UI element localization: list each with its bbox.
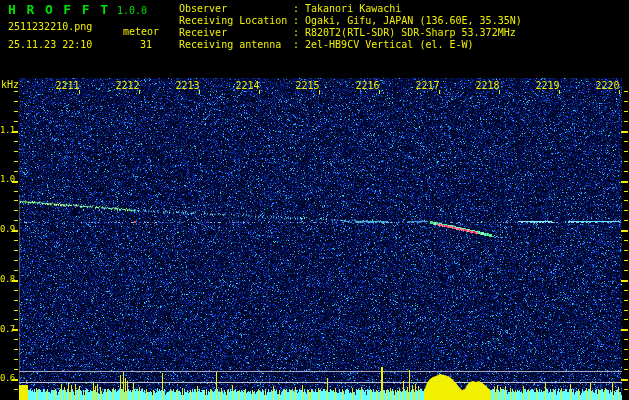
info-value: R820T2(RTL-SDR) SDR-Sharp 53.372MHz — [305, 27, 516, 38]
info-row-antenna: Receiving antenna : 2el-HB9CV Vertical (… — [179, 39, 619, 51]
meteor-count: 31 — [140, 39, 152, 50]
info-row-observer: Observer : Takanori Kawachi — [179, 3, 619, 15]
mode-label: meteor — [123, 26, 159, 37]
info-label: Receiving antenna — [179, 39, 281, 50]
info-row-location: Receiving Location : Ogaki, Gifu, JAPAN … — [179, 15, 619, 27]
time-tick-label: 2215 — [295, 80, 320, 91]
hrofft-output: H R O F F T 1.0.0 2511232210.png meteor … — [0, 0, 629, 400]
info-colon: : — [293, 27, 299, 38]
time-tick-label: 2220 — [595, 80, 620, 91]
freq-tick-label: 0.8 — [0, 274, 14, 284]
time-tick-label: 2213 — [175, 80, 200, 91]
freq-tick-label: 1.0 — [0, 174, 14, 184]
time-tick-label: 2211 — [55, 80, 80, 91]
time-tick-label: 2217 — [415, 80, 440, 91]
datetime-label: 25.11.23 22:10 — [8, 39, 92, 50]
time-tick-label: 2218 — [475, 80, 500, 91]
info-value: Ogaki, Gifu, JAPAN (136.60E, 35.35N) — [305, 15, 522, 26]
info-label: Observer — [179, 3, 227, 14]
time-tick-label: 2216 — [355, 80, 380, 91]
info-colon: : — [293, 39, 299, 50]
output-filename: 2511232210.png — [8, 21, 92, 32]
freq-tick-label: 0.9 — [0, 224, 14, 234]
time-tick-label: 2214 — [235, 80, 260, 91]
info-colon: : — [293, 3, 299, 14]
info-row-receiver: Receiver : R820T2(RTL-SDR) SDR-Sharp 53.… — [179, 27, 619, 39]
info-colon: : — [293, 15, 299, 26]
app-title: H R O F F T — [8, 3, 110, 17]
app-version: 1.0.0 — [117, 5, 147, 16]
time-tick-label: 2219 — [535, 80, 560, 91]
freq-tick-label: 1.1 — [0, 125, 14, 135]
freq-tick-label: 0.7 — [0, 324, 14, 334]
time-tick-label: 2212 — [115, 80, 140, 91]
spectrogram-canvas — [0, 0, 629, 400]
info-value: Takanori Kawachi — [305, 3, 401, 14]
freq-tick-label: 0.6 — [0, 373, 14, 383]
info-label: Receiver — [179, 27, 227, 38]
info-value: 2el-HB9CV Vertical (el. E-W) — [305, 39, 474, 50]
station-info: Observer : Takanori Kawachi Receiving Lo… — [179, 3, 619, 53]
freq-axis-unit: kHz — [1, 79, 19, 90]
info-label: Receiving Location — [179, 15, 287, 26]
